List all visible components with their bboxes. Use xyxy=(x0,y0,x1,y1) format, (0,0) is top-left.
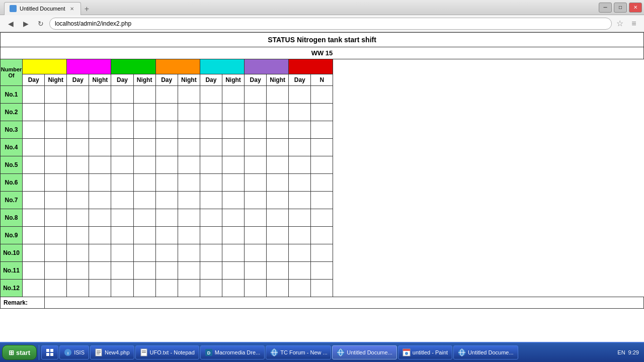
color-header-row: Number Of xyxy=(1,59,644,74)
bookmark-button[interactable]: ☆ xyxy=(614,18,626,30)
active-tab[interactable]: Untitled Document ✕ xyxy=(4,2,81,15)
page-content: STATUS Nitrogen tank start shift WW 15 N… xyxy=(0,32,644,342)
start-label: start xyxy=(16,349,30,356)
taskbar-dw-label: Macromedia Dre... xyxy=(215,349,260,355)
taskbar-item-paint[interactable]: untitled - Paint xyxy=(398,345,452,359)
svg-rect-22 xyxy=(403,349,410,351)
col-header-day-5: Day xyxy=(200,74,222,86)
col-header-day-7: Day xyxy=(289,74,311,86)
col-header-day-6: Day xyxy=(245,74,267,86)
table-row: No.11 xyxy=(1,262,644,280)
browser-window: Untitled Document ✕ + ─ □ ✕ ◀ ▶ ↻ ☆ ≡ ST… xyxy=(0,0,644,362)
settings-button[interactable]: ≡ xyxy=(628,18,640,30)
svg-point-23 xyxy=(405,352,408,355)
color-purple xyxy=(245,59,289,74)
browser-icon-1 xyxy=(270,348,278,356)
col-header-night-1: Night xyxy=(45,74,67,86)
ww-row: WW 15 xyxy=(1,47,644,59)
refresh-button[interactable]: ↻ xyxy=(34,17,47,30)
row-label-10: No.10 xyxy=(1,244,23,262)
paint-icon xyxy=(403,348,411,356)
row-label-2: No.2 xyxy=(1,104,23,121)
taskbar-divider-1 xyxy=(39,345,39,360)
forward-button[interactable]: ▶ xyxy=(19,17,32,30)
col-header-day-1: Day xyxy=(23,74,45,86)
browser-icon-2 xyxy=(337,348,345,356)
row-label-3: No.3 xyxy=(1,121,23,139)
main-table: STATUS Nitrogen tank start shift WW 15 N… xyxy=(0,32,644,309)
taskbar-item-ufo[interactable]: UFO.txt - Notepad xyxy=(135,345,199,359)
table-row: No.8 xyxy=(1,209,644,227)
notepad-icon-1 xyxy=(95,348,103,356)
row-label-6: No.6 xyxy=(1,174,23,192)
row-label-7: No.7 xyxy=(1,192,23,209)
taskbar-item-untitled2[interactable]: Untitled Docume... xyxy=(453,345,518,359)
col-header-day-3: Day xyxy=(111,74,133,86)
tab-title: Untitled Document xyxy=(20,6,65,12)
table-row: No.12 xyxy=(1,280,644,297)
taskbar-item-new4[interactable]: New4.php xyxy=(90,345,134,359)
system-tray: EN 9:29 xyxy=(614,349,642,355)
color-magenta xyxy=(67,59,111,74)
svg-text:i: i xyxy=(67,351,68,355)
col-header-night-7: N xyxy=(311,74,333,86)
page-title: STATUS Nitrogen tank start shift xyxy=(1,33,644,47)
row-label-5: No.5 xyxy=(1,156,23,174)
row-label-1: No.1 xyxy=(1,86,23,104)
language-indicator: EN xyxy=(617,349,625,355)
number-of-cell: Number Of xyxy=(1,59,23,86)
table-row: No.1 xyxy=(1,86,644,104)
tab-favicon xyxy=(10,5,17,12)
minimize-button[interactable]: ─ xyxy=(599,3,612,13)
col-header-day-2: Day xyxy=(67,74,89,86)
taskbar-item-dreamweaver[interactable]: D Macromedia Dre... xyxy=(200,345,265,359)
close-button[interactable]: ✕ xyxy=(629,3,642,13)
address-bar[interactable] xyxy=(49,18,612,30)
taskbar: ⊞ start i ISIS New4.php xyxy=(0,342,644,362)
day-night-row: Day Night Day Night Day Night Day Night … xyxy=(1,74,644,86)
taskbar-new4-label: New4.php xyxy=(105,349,130,355)
taskbar-isis-label: ISIS xyxy=(74,349,85,355)
notepad-icon-2 xyxy=(140,348,148,356)
row-label-12: No.12 xyxy=(1,280,23,297)
col-header-night-6: Night xyxy=(267,74,289,86)
maximize-button[interactable]: □ xyxy=(614,3,627,13)
back-button[interactable]: ◀ xyxy=(4,17,17,30)
taskbar-item-tcforum[interactable]: TC Forum - New ... xyxy=(266,345,331,359)
browser-icon-3 xyxy=(458,348,466,356)
taskbar-item-isis[interactable]: i ISIS xyxy=(59,345,89,359)
svg-rect-0 xyxy=(46,349,49,352)
taskbar-item-untitled1[interactable]: Untitled Docume... xyxy=(332,345,396,359)
taskbar-tc-label: TC Forum - New ... xyxy=(280,349,328,355)
new-tab-button[interactable]: + xyxy=(81,3,93,15)
col-header-night-5: Night xyxy=(222,74,244,86)
table-row: No.10 xyxy=(1,244,644,262)
table-row: No.4 xyxy=(1,139,644,156)
tab-close-button[interactable]: ✕ xyxy=(68,5,75,12)
start-icon: ⊞ xyxy=(9,349,14,356)
clock: 9:29 xyxy=(628,349,639,355)
table-row: No.3 xyxy=(1,121,644,139)
color-cyan xyxy=(200,59,244,74)
title-row: STATUS Nitrogen tank start shift xyxy=(1,33,644,47)
table-row: No.5 xyxy=(1,156,644,174)
remark-label: Remark: xyxy=(1,297,45,309)
color-red xyxy=(289,59,333,74)
table-row: No.7 xyxy=(1,192,644,209)
table-row: No.6 xyxy=(1,174,644,192)
remark-content[interactable] xyxy=(45,297,644,309)
taskbar-item-windows[interactable] xyxy=(41,345,58,359)
col-header-night-4: Night xyxy=(178,74,200,86)
taskbar-untitled1-label: Untitled Docume... xyxy=(347,349,392,355)
taskbar-untitled2-label: Untitled Docume... xyxy=(468,349,513,355)
svg-rect-3 xyxy=(50,353,53,356)
navigation-bar: ◀ ▶ ↻ ☆ ≡ xyxy=(0,15,644,32)
svg-rect-2 xyxy=(46,353,49,356)
color-yellow xyxy=(23,59,67,74)
col-header-night-2: Night xyxy=(89,74,111,86)
svg-rect-1 xyxy=(50,349,53,352)
row-label-11: No.11 xyxy=(1,262,23,280)
row-label-4: No.4 xyxy=(1,139,23,156)
start-button[interactable]: ⊞ start xyxy=(2,345,37,360)
color-green xyxy=(111,59,155,74)
